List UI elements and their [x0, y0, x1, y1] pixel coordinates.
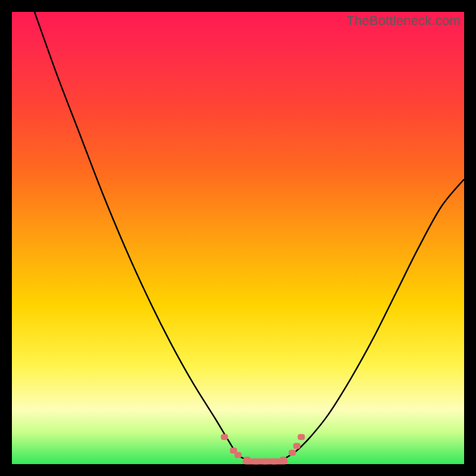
marker-dot	[280, 456, 287, 462]
marker-dot	[262, 458, 269, 464]
right-curve-path	[283, 179, 464, 459]
marker-dot	[252, 458, 259, 464]
marker-dot	[289, 450, 296, 456]
left-curve-path	[35, 12, 247, 459]
marker-dot	[293, 443, 300, 449]
marker-dot	[234, 452, 242, 458]
marker-dot	[243, 456, 250, 462]
marker-dot	[221, 434, 228, 440]
plot-area: TheBottleneck.com	[12, 12, 464, 464]
chart-frame: TheBottleneck.com	[0, 0, 476, 476]
marker-dot	[298, 434, 305, 440]
curve-layer	[12, 12, 464, 464]
marker-dot	[271, 458, 278, 464]
marker-group	[221, 434, 305, 464]
